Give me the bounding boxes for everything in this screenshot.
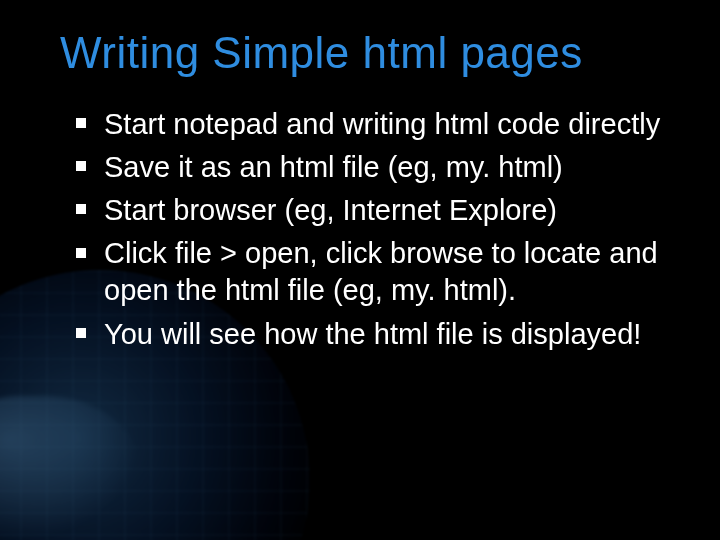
bullet-text: Start notepad and writing html code dire…: [104, 108, 660, 140]
list-item: Click file > open, click browse to locat…: [70, 235, 664, 309]
bullet-list: Start notepad and writing html code dire…: [70, 106, 664, 353]
bullet-text: Save it as an html file (eg, my. html): [104, 151, 563, 183]
list-item: Save it as an html file (eg, my. html): [70, 149, 664, 186]
slide: Writing Simple html pages Start notepad …: [0, 0, 720, 540]
bullet-text: Click file > open, click browse to locat…: [104, 237, 658, 306]
bullet-text: Start browser (eg, Internet Explore): [104, 194, 557, 226]
list-item: Start notepad and writing html code dire…: [70, 106, 664, 143]
list-item: Start browser (eg, Internet Explore): [70, 192, 664, 229]
slide-body: Start notepad and writing html code dire…: [0, 88, 720, 353]
slide-title: Writing Simple html pages: [0, 0, 720, 88]
bullet-text: You will see how the html file is displa…: [104, 318, 641, 350]
list-item: You will see how the html file is displa…: [70, 316, 664, 353]
